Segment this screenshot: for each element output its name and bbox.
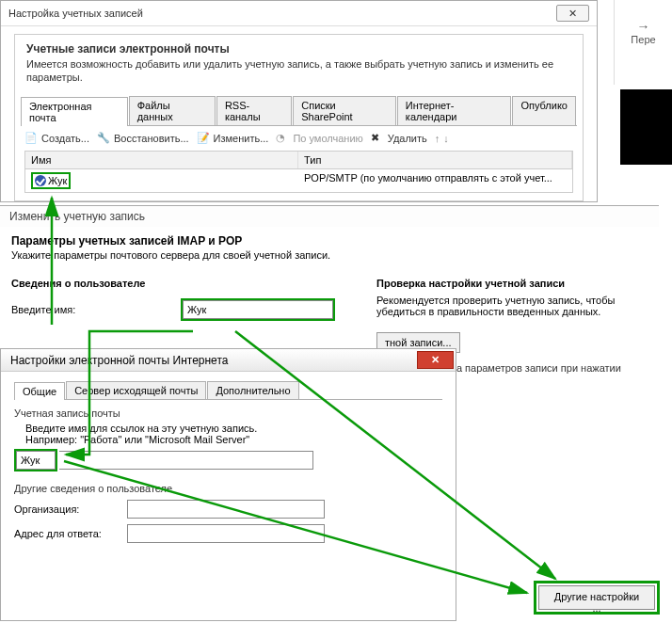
section-description: Имеется возможность добавить или удалить… <box>26 57 571 85</box>
account-name-input[interactable] <box>16 451 56 470</box>
column-type[interactable]: Тип <box>298 152 572 168</box>
organization-label: Организация: <box>14 503 127 515</box>
create-button[interactable]: 📄Создать... <box>24 132 89 145</box>
tab-general[interactable]: Общие <box>14 382 65 400</box>
tab-rss[interactable]: RSS-каналы <box>216 96 292 125</box>
mail-account-heading: Учетная запись почты <box>14 407 442 419</box>
reply-address-label: Адрес для ответа: <box>14 528 127 539</box>
account-name-hint: Введите имя для ссылок на эту учетную за… <box>25 423 442 445</box>
default-icon: ◔ <box>276 132 289 145</box>
new-icon: 📄 <box>24 132 38 145</box>
tab-advanced[interactable]: Дополнительно <box>207 381 298 399</box>
arrow-right-icon: → <box>615 19 672 34</box>
table-row[interactable]: Жук POP/SMTP (по умолчанию отправлять с … <box>25 169 572 192</box>
close-button[interactable]: ✕ <box>417 351 454 369</box>
black-region <box>620 89 672 165</box>
move-arrows[interactable]: ↑↓ <box>435 133 449 144</box>
section-description: Укажите параметры почтового сервера для … <box>11 249 648 261</box>
account-name-cell: Жук <box>31 172 71 189</box>
dialog-titlebar: Настройка учетных записей ✕ <box>1 1 597 26</box>
dialog-titlebar: Настройки электронной почты Интернета ✕ <box>1 349 456 372</box>
tab-sharepoint[interactable]: Списки SharePoint <box>293 96 396 125</box>
organization-input[interactable] <box>127 500 325 519</box>
dialog-title: Настройки электронной почты Интернета <box>10 354 228 367</box>
edit-icon: 📝 <box>197 132 210 145</box>
tab-outgoing[interactable]: Сервер исходящей почты <box>66 381 206 399</box>
internet-email-settings-dialog: Настройки электронной почты Интернета ✕ … <box>0 348 456 621</box>
test-heading: Проверка настройки учетной записи <box>376 278 648 289</box>
tab-published[interactable]: Опублико <box>512 96 576 125</box>
account-type-cell: POP/SMTP (по умолчанию отправлять с этой… <box>298 169 572 192</box>
ribbon-fragment: → Пере <box>614 0 672 85</box>
close-button[interactable]: ✕ <box>556 5 589 22</box>
column-name[interactable]: Имя <box>25 152 298 168</box>
reply-address-input[interactable] <box>127 524 325 543</box>
arrow-up-icon: ↑ <box>435 133 440 144</box>
repair-icon: 🔧 <box>97 132 110 145</box>
edit-button[interactable]: 📝Изменить... <box>197 132 269 145</box>
delete-icon: ✖ <box>371 132 384 145</box>
name-input[interactable] <box>183 300 333 319</box>
ribbon-label: Пере <box>615 34 672 45</box>
account-name-input-rest[interactable] <box>59 451 313 470</box>
tab-data-files[interactable]: Файлы данных <box>129 96 216 125</box>
tab-email[interactable]: Электронная почта <box>21 97 128 126</box>
more-settings-button[interactable]: Другие настройки ... <box>538 585 655 610</box>
account-settings-dialog: Настройка учетных записей ✕ Учетные запи… <box>0 0 598 202</box>
section-heading: Учетные записи электронной почты <box>26 42 571 56</box>
tab-calendars[interactable]: Интернет-календари <box>397 96 512 125</box>
dialog-title: Настройка учетных записей <box>8 8 143 19</box>
delete-button[interactable]: ✖Удалить <box>371 132 427 145</box>
tab-strip: Электронная почта Файлы данных RSS-канал… <box>21 96 577 126</box>
other-user-info-heading: Другие сведения о пользователе <box>14 483 442 494</box>
accounts-table: Имя Тип Жук POP/SMTP (по умолчанию отпра… <box>24 151 573 193</box>
repair-button[interactable]: 🔧Восстановить... <box>97 132 189 145</box>
dialog-title: Изменить учетную запись <box>0 206 659 227</box>
section-heading: Параметры учетных записей IMAP и POP <box>11 234 648 248</box>
default-button[interactable]: ◔По умолчанию <box>276 132 362 145</box>
arrow-down-icon: ↓ <box>443 133 449 144</box>
user-info-heading: Сведения о пользователе <box>11 278 365 289</box>
name-label: Введите имя: <box>11 304 181 315</box>
default-account-icon <box>35 175 46 186</box>
toolbar: 📄Создать... 🔧Восстановить... 📝Изменить..… <box>15 126 583 151</box>
test-description: Рекомендуется проверить учетную запись, … <box>376 295 648 317</box>
